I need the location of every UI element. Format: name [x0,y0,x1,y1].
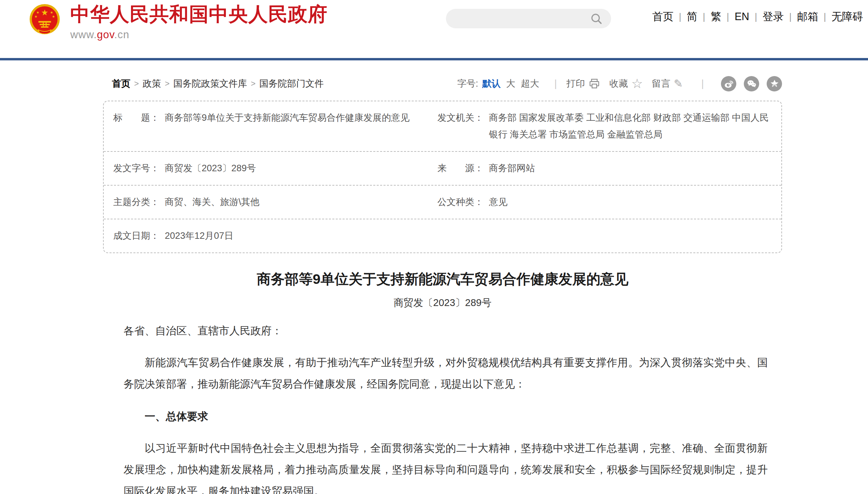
meta-value-date: 2023年12月07日 [165,228,233,244]
paragraph: 以习近平新时代中国特色社会主义思想为指导，全面贯彻落实党的二十大精神，坚持稳中求… [124,437,768,494]
font-size-label: 字号: [457,77,478,90]
printer-icon [588,77,601,90]
breadcrumb-home[interactable]: 首页 [112,77,130,90]
page-title: 商务部等9单位关于支持新能源汽车贸易合作健康发展的意见 [103,270,782,288]
site-url: www.gov.cn [70,29,328,41]
share-icons [713,76,782,91]
search-box [446,9,611,28]
section-heading: 一、总体要求 [124,406,768,427]
breadcrumb-policy-library[interactable]: 国务院政策文件库 [173,77,247,90]
table-row: 主题分类： 商贸、海关、旅游\其他 公文种类： 意见 [104,186,781,219]
nav-accessibility[interactable]: 无障碍 [831,10,863,24]
toolbar: 字号: 默认 大 超大 | 打印 收藏 ☆ 留言 ✎ | [457,76,782,91]
national-emblem-icon: ★ ★ ★ ★ ★ [29,3,60,37]
meta-label-issuing-agency: 发文机关： [437,110,483,126]
svg-text:★: ★ [41,8,48,17]
search-icon[interactable] [590,12,603,25]
weibo-icon[interactable] [721,76,736,91]
table-row: 成文日期： 2023年12月07日 [104,219,781,252]
font-size-large-button[interactable]: 大 [506,77,516,90]
meta-label-title: 标 题： [113,110,159,126]
meta-value-topic-category: 商贸、海关、旅游\其他 [165,194,260,210]
site-logo-link[interactable]: 中华人民共和国中央人民政府 www.gov.cn [70,1,328,41]
table-row: 发文字号： 商贸发〔2023〕289号 来 源： 商务部网站 [104,152,781,186]
meta-value-issuing-agency: 商务部 国家发展改革委 工业和信息化部 财政部 交通运输部 中国人民银行 海关总… [489,110,773,143]
nav-mail[interactable]: 邮箱 [797,10,818,24]
pencil-icon: ✎ [674,78,683,89]
site-title: 中华人民共和国中央人民政府 [70,1,328,27]
salutation: 各省、自治区、直辖市人民政府： [124,320,768,342]
meta-value-source: 商务部网站 [489,160,535,177]
svg-text:★: ★ [50,11,53,14]
table-row: 标 题： 商务部等9单位关于支持新能源汽车贸易合作健康发展的意见 发文机关： 商… [104,101,781,152]
document-meta-table: 标 题： 商务部等9单位关于支持新能源汽车贸易合作健康发展的意见 发文机关： 商… [103,101,782,253]
svg-text:★: ★ [52,15,55,18]
meta-value-doc-number: 商贸发〔2023〕289号 [165,160,256,177]
nav-home[interactable]: 首页 [652,10,674,24]
meta-cell-empty [434,219,781,252]
breadcrumb-policy[interactable]: 政策 [143,77,161,90]
favorite-button[interactable]: 收藏 ☆ [609,77,643,90]
nav-login[interactable]: 登录 [763,10,784,24]
svg-text:★: ★ [34,15,38,18]
comment-button[interactable]: 留言 ✎ [652,77,683,90]
font-size-default-button[interactable]: 默认 [482,77,501,90]
print-button[interactable]: 打印 [566,77,601,90]
paragraph: 新能源汽车贸易合作健康发展，有助于推动汽车产业转型升级，对外贸稳规模优结构具有重… [124,352,768,395]
topbar: 首页 > 政策 > 国务院政策文件库 > 国务院部门文件 字号: 默认 大 超大… [103,75,782,92]
search-input[interactable] [446,9,611,28]
meta-label-topic-category: 主题分类： [113,194,159,210]
meta-label-doc-type: 公文种类： [437,194,483,210]
top-nav: 首页 | 简 | 繁 | EN | 登录 | 邮箱 | 无障碍 [652,10,863,24]
meta-label-doc-number: 发文字号： [113,160,159,177]
content-wrapper: 首页 > 政策 > 国务院政策文件库 > 国务院部门文件 字号: 默认 大 超大… [103,75,782,494]
meta-label-date: 成文日期： [113,228,159,244]
wechat-icon[interactable] [744,76,759,91]
svg-text:★: ★ [36,11,39,14]
meta-label-source: 来 源： [437,160,483,177]
nav-english[interactable]: EN [735,11,749,23]
nav-traditional[interactable]: 繁 [711,10,721,24]
meta-value-title: 商务部等9单位关于支持新能源汽车贸易合作健康发展的意见 [165,110,409,126]
font-size-xlarge-button[interactable]: 超大 [521,77,539,90]
meta-value-doc-type: 意见 [489,194,507,210]
site-header: ★ ★ ★ ★ ★ 中华人民共和国中央人民政府 www.gov.cn 首页 | … [0,0,868,60]
star-icon: ☆ [631,78,643,89]
breadcrumb-current: 国务院部门文件 [259,77,324,90]
document-body: 各省、自治区、直辖市人民政府： 新能源汽车贸易合作健康发展，有助于推动汽车产业转… [124,320,768,494]
breadcrumb: 首页 > 政策 > 国务院政策文件库 > 国务院部门文件 [103,77,324,90]
document-number: 商贸发〔2023〕289号 [103,296,782,310]
qzone-icon[interactable] [767,76,782,91]
nav-simplified[interactable]: 简 [687,10,697,24]
